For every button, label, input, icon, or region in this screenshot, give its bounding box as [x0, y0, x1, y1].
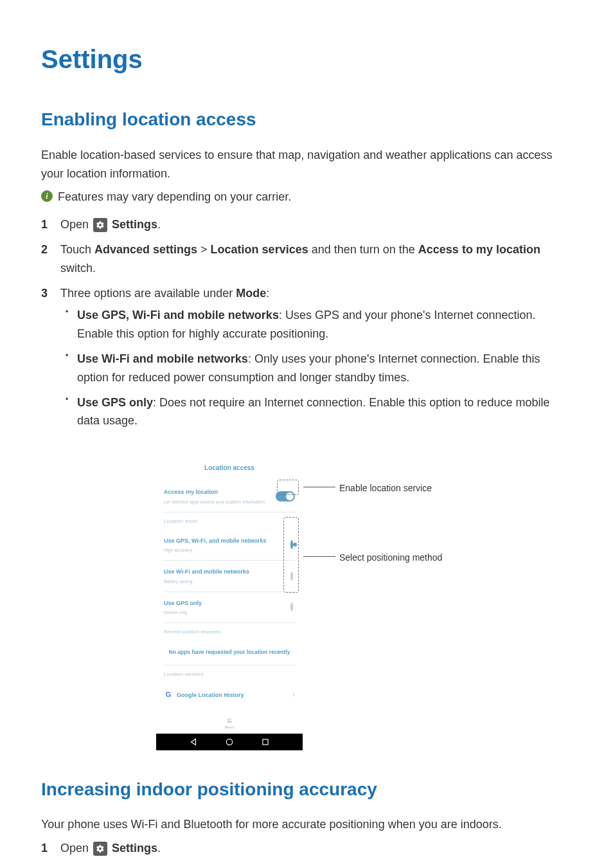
- b2a: Use Wi-Fi and mobile networks: [77, 352, 248, 365]
- recent-requests-label: Recent location requests: [156, 623, 303, 640]
- s3b: Mode: [236, 287, 266, 300]
- radio-opt3[interactable]: [290, 602, 293, 611]
- access-title: Access my location: [164, 487, 265, 496]
- mode-row-wifi-mobile[interactable]: Use Wi-Fi and mobile networks Battery sa…: [156, 561, 303, 592]
- opt2-title: Use Wi-Fi and mobile networks: [164, 567, 249, 576]
- ghist-label: Google Location History: [177, 691, 244, 700]
- annot-enable: Enable location service: [339, 481, 432, 495]
- indoor-intro: Your phone uses Wi-Fi and Bluetooth for …: [41, 815, 572, 834]
- b3a: Use GPS only: [77, 396, 153, 409]
- step1-open: Open: [60, 218, 92, 231]
- step-2: Touch Advanced settings > Location servi…: [41, 240, 572, 278]
- i1settings: Settings: [112, 842, 157, 854]
- phone-title: Location access: [156, 454, 303, 481]
- indoor-step-1: Open Settings.: [41, 839, 572, 858]
- settings-gear-icon: [93, 218, 107, 232]
- step1-settings: Settings: [112, 218, 157, 231]
- back-icon[interactable]: [189, 737, 198, 746]
- no-recent-text: No apps have requested your location rec…: [156, 640, 303, 665]
- dashbox-radios: [283, 517, 299, 593]
- location-services-label: Location services: [156, 665, 303, 683]
- s2a: Touch: [60, 243, 94, 256]
- i1open: Open: [60, 842, 92, 854]
- intro-para: Enable location-based services to ensure…: [41, 146, 572, 183]
- carrier-note-text: Features may vary depending on your carr…: [58, 188, 291, 206]
- section-title-indoor: Increasing indoor positioning accuracy: [41, 775, 572, 804]
- s2c: >: [197, 243, 211, 256]
- s2g: switch.: [60, 262, 96, 275]
- mode-row-gps-only[interactable]: Use GPS only Device only: [156, 592, 303, 623]
- home-icon[interactable]: [225, 737, 234, 746]
- nav-bar: [156, 734, 303, 750]
- opt1-title: Use GPS, Wi-Fi, and mobile networks: [164, 536, 266, 545]
- google-location-history-row[interactable]: G Google Location History ›: [156, 682, 303, 707]
- s2b: Advanced settings: [94, 243, 197, 256]
- recent-icon[interactable]: [261, 737, 270, 746]
- settings-gear-icon: [93, 842, 107, 856]
- i1dot: .: [157, 842, 161, 854]
- menu-label: Menu: [224, 725, 234, 731]
- step1-dot: .: [157, 218, 161, 231]
- google-icon: G: [164, 691, 173, 700]
- mode-opt-2: Use Wi-Fi and mobile networks: Only uses…: [75, 350, 572, 387]
- s2d: Location services: [211, 243, 308, 256]
- line-enable: [303, 487, 335, 487]
- page-title: Settings: [41, 39, 572, 80]
- phone-screen: Location access Access my location Let s…: [155, 453, 303, 750]
- s3a: Three options are available under: [60, 287, 236, 300]
- location-mode-label: Location mode: [156, 512, 303, 530]
- section-title-location: Enabling location access: [41, 105, 572, 134]
- indoor-step-2: Touch Advanced settings > Location servi…: [41, 864, 572, 868]
- carrier-note: i Features may vary depending on your ca…: [41, 188, 572, 206]
- step-1: Open Settings.: [41, 215, 572, 234]
- menu-button[interactable]: ≡ Menu: [156, 708, 303, 734]
- dashbox-switch: [277, 480, 299, 495]
- step-3: Three options are available under Mode: …: [41, 284, 572, 431]
- mode-opt-3: Use GPS only: Does not require an Intern…: [75, 393, 572, 431]
- opt3-title: Use GPS only: [164, 599, 202, 608]
- opt3-sub: Device only: [164, 609, 202, 616]
- s2e: and then turn on the: [308, 243, 418, 256]
- hamburger-icon: ≡: [226, 718, 232, 723]
- chevron-right-icon: ›: [292, 689, 295, 701]
- svg-rect-1: [263, 739, 268, 745]
- svg-point-0: [226, 739, 232, 745]
- opt1-sub: High accuracy: [164, 547, 266, 554]
- annot-select: Select positioning method: [339, 550, 442, 565]
- b1a: Use GPS, Wi-Fi and mobile networks: [77, 309, 279, 321]
- mode-opt-1: Use GPS, Wi-Fi and mobile networks: Uses…: [75, 306, 572, 343]
- s2f: Access to my location: [418, 243, 540, 256]
- info-icon: i: [41, 190, 53, 202]
- phone-illustration: Location access Access my location Let s…: [41, 453, 572, 750]
- mode-row-gps-wifi-mobile[interactable]: Use GPS, Wi-Fi, and mobile networks High…: [156, 530, 303, 561]
- s3c: :: [266, 287, 269, 300]
- access-sub: Let selected apps access your location i…: [164, 498, 265, 505]
- opt2-sub: Battery saving: [164, 578, 249, 585]
- line-select: [303, 556, 335, 557]
